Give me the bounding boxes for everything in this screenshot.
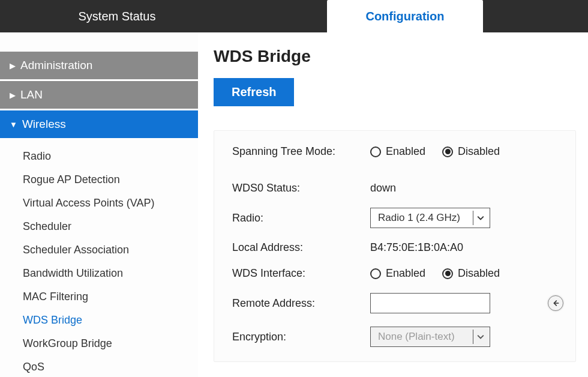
label-wds0-status: WDS0 Status: xyxy=(232,182,370,195)
select-value: Radio 1 (2.4 GHz) xyxy=(378,212,460,224)
sidebar-item-radio[interactable]: Radio xyxy=(0,145,198,168)
sidebar-group-label: Wireless xyxy=(22,118,66,131)
radio-spanning-enabled[interactable]: Enabled xyxy=(370,145,425,158)
row-spanning-tree: Spanning Tree Mode: Enabled Disabled xyxy=(232,145,563,158)
sidebar-group-label: Administration xyxy=(20,59,92,72)
sidebar-group-label: LAN xyxy=(20,88,43,101)
sidebar-item-scheduler[interactable]: Scheduler xyxy=(0,215,198,238)
label-local-address: Local Address: xyxy=(232,241,370,254)
label-spanning-tree: Spanning Tree Mode: xyxy=(232,145,370,158)
chevron-down-icon xyxy=(473,330,487,344)
arrow-left-icon xyxy=(551,299,560,307)
radio-icon xyxy=(442,146,453,157)
main-layout: ▶ Administration ▶ LAN ▼ Wireless Radio … xyxy=(0,32,588,377)
remote-address-arrow-button[interactable] xyxy=(548,295,563,311)
radio-icon xyxy=(370,268,381,279)
label-wds-interface: WDS Interface: xyxy=(232,267,370,280)
select-value: None (Plain-text) xyxy=(378,331,455,343)
sidebar-item-mac-filtering[interactable]: MAC Filtering xyxy=(0,285,198,309)
sidebar-group-lan[interactable]: ▶ LAN xyxy=(0,81,198,110)
radio-label: Disabled xyxy=(458,145,500,158)
sidebar-group-administration[interactable]: ▶ Administration xyxy=(0,52,198,81)
label-radio: Radio: xyxy=(232,212,370,225)
sidebar-group-wireless[interactable]: ▼ Wireless xyxy=(0,110,198,140)
chevron-right-icon: ▶ xyxy=(10,61,16,70)
sidebar-item-wds-bridge[interactable]: WDS Bridge xyxy=(0,309,198,332)
page-title: WDS Bridge xyxy=(214,47,576,66)
sidebar-item-workgroup-bridge[interactable]: WorkGroup Bridge xyxy=(0,332,198,355)
row-radio: Radio: Radio 1 (2.4 GHz) xyxy=(232,208,563,228)
sidebar-subitems-wireless: Radio Rogue AP Detection Virtual Access … xyxy=(0,140,198,377)
sidebar-item-vap[interactable]: Virtual Access Points (VAP) xyxy=(0,192,198,215)
tab-bar-right: Configuration xyxy=(234,0,588,32)
sidebar-item-qos[interactable]: QoS xyxy=(0,355,198,377)
sidebar-item-bandwidth[interactable]: Bandwidth Utilization xyxy=(0,262,198,285)
select-encryption[interactable]: None (Plain-text) xyxy=(370,327,490,347)
chevron-down-icon: ▼ xyxy=(10,120,17,129)
chevron-down-icon xyxy=(473,211,487,225)
radio-wds-disabled[interactable]: Disabled xyxy=(442,267,500,280)
tab-configuration[interactable]: Configuration xyxy=(327,0,483,32)
row-remote-address: Remote Address: xyxy=(232,293,563,313)
value-local-address: B4:75:0E:1B:0A:A0 xyxy=(370,241,563,254)
radio-icon xyxy=(370,146,381,157)
sidebar: ▶ Administration ▶ LAN ▼ Wireless Radio … xyxy=(0,32,198,377)
radio-spanning-disabled[interactable]: Disabled xyxy=(442,145,500,158)
label-encryption: Encryption: xyxy=(232,331,370,343)
content-area: WDS Bridge Refresh Spanning Tree Mode: E… xyxy=(198,32,588,377)
sidebar-item-rogue-ap[interactable]: Rogue AP Detection xyxy=(0,168,198,192)
row-encryption: Encryption: None (Plain-text) xyxy=(232,327,563,347)
refresh-button[interactable]: Refresh xyxy=(214,78,294,106)
top-bar: System Status Configuration xyxy=(0,0,588,32)
row-wds-interface: WDS Interface: Enabled Disabled xyxy=(232,267,563,280)
row-wds0-status: WDS0 Status: down xyxy=(232,182,563,195)
radio-label: Enabled xyxy=(386,267,425,280)
sidebar-item-scheduler-assoc[interactable]: Scheduler Association xyxy=(0,238,198,262)
radio-label: Disabled xyxy=(458,267,500,280)
chevron-right-icon: ▶ xyxy=(10,91,16,100)
row-local-address: Local Address: B4:75:0E:1B:0A:A0 xyxy=(232,241,563,254)
settings-panel: Spanning Tree Mode: Enabled Disabled WDS… xyxy=(214,130,576,362)
label-remote-address: Remote Address: xyxy=(232,297,370,310)
radio-label: Enabled xyxy=(386,145,425,158)
select-radio[interactable]: Radio 1 (2.4 GHz) xyxy=(370,208,490,228)
radio-icon xyxy=(442,268,453,279)
tab-system-status[interactable]: System Status xyxy=(0,0,234,32)
value-wds0-status: down xyxy=(370,182,563,195)
radio-wds-enabled[interactable]: Enabled xyxy=(370,267,425,280)
input-remote-address[interactable] xyxy=(370,293,490,313)
